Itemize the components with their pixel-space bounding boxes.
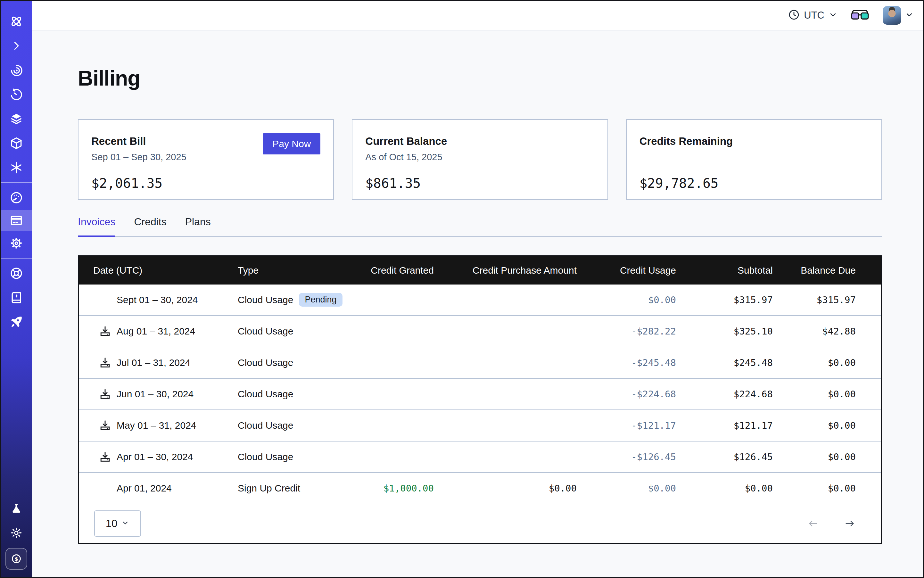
schedules-icon[interactable] — [1, 82, 32, 107]
credit-usage-value: -$245.48 — [577, 357, 676, 368]
billing-icon[interactable] — [1, 210, 32, 231]
invoice-type: Cloud Usage — [238, 326, 293, 337]
credit-usage-value: -$224.68 — [577, 389, 676, 399]
billing-tabs: InvoicesCreditsPlans — [78, 216, 882, 237]
docs-icon[interactable] — [1, 286, 32, 310]
credits-remaining-amount: $29,782.65 — [640, 175, 869, 191]
subtotal-value: $245.48 — [676, 357, 773, 368]
invoice-type: Cloud Usage — [238, 357, 293, 368]
next-page-button[interactable] — [842, 519, 857, 528]
settings-icon[interactable] — [1, 231, 32, 255]
chevron-right-icon[interactable] — [1, 34, 32, 58]
current-balance-card: Current Balance As of Oct 15, 2025 $861.… — [352, 119, 608, 200]
column-header-credit-usage: Credit Usage — [577, 265, 676, 276]
credit-usage-value: $0.00 — [577, 294, 676, 305]
download-invoice-button[interactable] — [98, 356, 112, 370]
invoice-date: Jun 01 – 30, 2024 — [117, 389, 193, 399]
pay-now-button[interactable]: Pay Now — [263, 133, 320, 154]
sidebar-divider — [1, 258, 32, 258]
timezone-selector[interactable]: UTC — [788, 9, 838, 22]
table-row: Jul 01 – 31, 2024 Cloud Usage -$245.48 $… — [79, 347, 881, 378]
subtotal-value: $126.45 — [676, 451, 773, 462]
column-header-type: Type — [238, 265, 347, 276]
subtotal-value: $315.97 — [676, 294, 773, 305]
credits-remaining-card: Credits Remaining $29,782.65 — [626, 119, 882, 200]
invoice-type: Sign Up Credit — [238, 483, 300, 494]
invoice-date: Apr 01, 2024 — [117, 483, 172, 494]
sidebar-nav — [1, 1, 32, 334]
subtotal-value: $224.68 — [676, 389, 773, 399]
labs-icon[interactable] — [1, 496, 32, 521]
download-invoice-button[interactable] — [98, 450, 112, 464]
invoice-date: Apr 01 – 30, 2024 — [117, 451, 193, 462]
card-title: Current Balance — [365, 135, 594, 148]
invoice-date: Aug 01 – 31, 2024 — [117, 326, 195, 337]
theme-toggle-icon[interactable] — [1, 521, 32, 545]
timezone-label: UTC — [804, 10, 824, 21]
status-badge: Pending — [299, 293, 342, 307]
balance-due-value: $42.88 — [773, 326, 856, 337]
balance-due-value: $0.00 — [773, 389, 856, 399]
download-invoice-button[interactable] — [98, 419, 112, 432]
card-as-of: As of Oct 15, 2025 — [365, 152, 594, 163]
nexus-icon[interactable] — [1, 155, 32, 180]
usage-icon[interactable] — [1, 185, 32, 210]
sidebar-divider — [1, 182, 32, 183]
column-header-date: Date (UTC) — [79, 265, 238, 276]
page-size-value: 10 — [106, 518, 118, 529]
balance-due-value: $0.00 — [773, 483, 856, 494]
invoice-date: May 01 – 31, 2024 — [117, 420, 196, 431]
tab-invoices[interactable]: Invoices — [78, 216, 115, 237]
workflows-icon[interactable] — [1, 58, 32, 82]
credits-coin-icon[interactable]: $ — [1, 545, 32, 569]
tab-credits[interactable]: Credits — [134, 216, 166, 237]
page-size-select[interactable]: 10 — [94, 510, 141, 537]
support-icon[interactable] — [1, 261, 32, 286]
summary-cards: Recent Bill Sep 01 – Sep 30, 2025 $2,061… — [78, 119, 882, 200]
credit-usage-value: $0.00 — [577, 483, 676, 494]
page-title: Billing — [78, 65, 882, 92]
table-body: Sept 01 – 30, 2024 Cloud Usage Pending $… — [79, 284, 881, 504]
invoice-type: Cloud Usage — [238, 420, 293, 431]
table-pagination: 10 — [79, 504, 881, 543]
invoice-type: Cloud Usage — [238, 451, 293, 462]
svg-text:$: $ — [15, 556, 18, 562]
subtotal-value: $0.00 — [676, 483, 773, 494]
download-invoice-button[interactable] — [98, 324, 112, 338]
download-invoice-button[interactable] — [98, 387, 112, 401]
invoice-type: Cloud Usage — [238, 294, 293, 305]
credit-usage-value: -$126.45 — [577, 451, 676, 462]
previous-page-button[interactable] — [805, 519, 821, 528]
getting-started-icon[interactable] — [1, 310, 32, 334]
table-row: May 01 – 31, 2024 Cloud Usage -$121.17 $… — [79, 409, 881, 441]
invoices-table: Date (UTC) Type Credit Granted Credit Pu… — [78, 255, 882, 544]
card-title: Credits Remaining — [640, 135, 869, 148]
temporal-logo[interactable] — [1, 9, 32, 34]
namespaces-icon[interactable] — [1, 131, 32, 155]
recent-bill-amount: $2,061.35 — [91, 175, 320, 191]
column-header-balance-due: Balance Due — [773, 265, 856, 276]
column-header-subtotal: Subtotal — [676, 265, 773, 276]
chevron-down-icon — [828, 10, 838, 21]
chevron-down-icon — [121, 518, 130, 529]
current-balance-amount: $861.35 — [365, 175, 594, 191]
tab-plans[interactable]: Plans — [185, 216, 211, 237]
sidebar: $ — [1, 1, 32, 577]
invoice-date: Jul 01 – 31, 2024 — [117, 357, 190, 368]
table-row: Apr 01, 2024 Sign Up Credit $1,000.00 $0… — [79, 472, 881, 504]
user-avatar[interactable] — [883, 6, 901, 25]
table-header-row: Date (UTC) Type Credit Granted Credit Pu… — [79, 257, 881, 284]
subtotal-value: $121.17 — [676, 420, 773, 431]
credit-usage-value: -$121.17 — [577, 420, 676, 431]
balance-due-value: $315.97 — [773, 294, 856, 305]
deployments-icon[interactable] — [1, 107, 32, 131]
credits-coin-button[interactable]: $ — [5, 548, 27, 570]
table-row: Sept 01 – 30, 2024 Cloud Usage Pending $… — [79, 284, 881, 315]
3d-glasses-icon[interactable] — [851, 9, 869, 22]
account-menu-chevron-icon[interactable] — [905, 10, 914, 21]
clock-icon — [788, 9, 800, 22]
credit-purchase-value: $0.00 — [434, 483, 577, 494]
balance-due-value: $0.00 — [773, 357, 856, 368]
recent-bill-card: Recent Bill Sep 01 – Sep 30, 2025 $2,061… — [78, 119, 334, 200]
card-sub-placeholder — [640, 152, 869, 163]
